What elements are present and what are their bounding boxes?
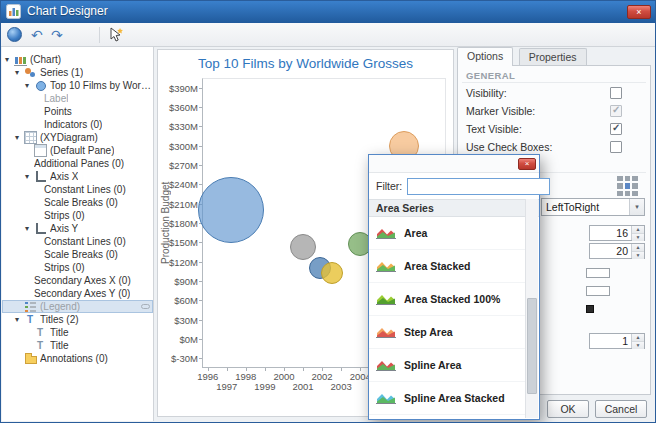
tree-item-constant-lines-0[interactable]: Constant Lines (0) xyxy=(2,235,153,248)
x-axis-tick-label: 1996 xyxy=(197,371,218,382)
tree-item-label: Constant Lines (0) xyxy=(44,236,126,247)
numeric-spinner[interactable]: 1▲▼ xyxy=(589,333,645,349)
tree-item-label: Annotations (0) xyxy=(40,353,108,364)
expand-arrow-icon[interactable]: ▾ xyxy=(25,222,34,235)
numeric-spinner[interactable]: 20▲▼ xyxy=(589,243,645,259)
tree-item-title[interactable]: Title xyxy=(2,326,153,339)
spinner-down-icon[interactable]: ▼ xyxy=(632,252,644,259)
tree-item-strips-0[interactable]: Strips (0) xyxy=(2,209,153,222)
tree-item-label: Strips (0) xyxy=(44,210,85,221)
tree-item-strips-0[interactable]: Strips (0) xyxy=(2,261,153,274)
tree-item-label: Constant Lines (0) xyxy=(44,184,126,195)
chevron-down-icon[interactable]: ▾ xyxy=(629,199,644,215)
expand-arrow-icon[interactable]: ▾ xyxy=(25,170,34,183)
series-type-label: Step Area xyxy=(404,326,453,338)
expand-arrow-icon[interactable]: ▾ xyxy=(25,79,34,92)
series-type-item[interactable]: Step Area xyxy=(369,316,526,349)
tree-item-additional-panes-0[interactable]: Additional Panes (0) xyxy=(2,157,153,170)
y-axis-tick-label: $90M xyxy=(158,276,198,287)
tick-mark xyxy=(341,368,342,371)
tree-item-chart[interactable]: ▾(Chart) xyxy=(2,53,153,66)
tab-options[interactable]: Options xyxy=(457,47,513,66)
expand-arrow-icon[interactable]: ▾ xyxy=(15,313,24,326)
tree-item-title[interactable]: Title xyxy=(2,339,153,352)
area-chart-icon xyxy=(376,226,396,240)
tree-item-scale-breaks-0[interactable]: Scale Breaks (0) xyxy=(2,196,153,209)
redo-icon[interactable]: ↷ xyxy=(51,25,63,45)
axis-icon xyxy=(34,170,47,183)
line-color-swatch[interactable] xyxy=(586,305,594,313)
spinner-up-icon[interactable]: ▲ xyxy=(632,334,644,342)
tree-item-secondary-axes-y-0[interactable]: Secondary Axes Y (0) xyxy=(2,287,153,300)
y-axis-tick-label: $330M xyxy=(158,121,198,132)
tree-item-axis-x[interactable]: ▾Axis X xyxy=(2,170,153,183)
chart-designer-window: Chart Designer × ↶ ↷ ▾(Chart)▾Series (1)… xyxy=(0,0,656,423)
series-type-item[interactable]: Spline Area xyxy=(369,349,526,382)
use-check-boxes-checkbox[interactable] xyxy=(610,141,622,153)
expand-arrow-icon[interactable]: ▾ xyxy=(15,66,24,79)
scrollbar-thumb[interactable] xyxy=(527,298,537,394)
tree-item-scale-breaks-0[interactable]: Scale Breaks (0) xyxy=(2,248,153,261)
area-chart-icon xyxy=(376,358,396,372)
color-swatch-button[interactable] xyxy=(586,268,610,278)
alignment-grid-button[interactable] xyxy=(617,176,638,197)
tree-item-default-pane[interactable]: (Default Pane) xyxy=(2,144,153,157)
tab-properties[interactable]: Properties xyxy=(519,48,587,66)
app-icon xyxy=(6,4,21,19)
bubble-icon xyxy=(34,79,47,92)
tree-item-secondary-axes-x-0[interactable]: Secondary Axes X (0) xyxy=(2,274,153,287)
spinner-up-icon[interactable]: ▲ xyxy=(632,226,644,234)
chart-bubble[interactable] xyxy=(198,177,264,243)
close-button[interactable]: × xyxy=(627,5,651,19)
text-visible-checkbox[interactable] xyxy=(610,123,622,135)
tree-item-label: Additional Panes (0) xyxy=(34,158,124,169)
popup-titlebar[interactable]: × xyxy=(369,155,539,173)
chart-bubble[interactable] xyxy=(321,262,343,284)
tree-item-indicators-0[interactable]: Indicators (0) xyxy=(2,118,153,131)
tree-item-xydiagram[interactable]: ▾(XYDiagram) xyxy=(2,131,153,144)
option-label: Marker Visible: xyxy=(466,105,535,117)
color-swatch-button[interactable] xyxy=(586,286,610,296)
direction-combo[interactable]: LeftToRight▾ xyxy=(541,198,645,216)
chart-bubble[interactable] xyxy=(290,234,316,260)
tree-item-titles-2[interactable]: ▾Titles (2) xyxy=(2,313,153,326)
tree-item-top-10-films-by-worldwide-gro[interactable]: ▾Top 10 Films by Worldwide Gro... xyxy=(2,79,153,92)
tree-item-constant-lines-0[interactable]: Constant Lines (0) xyxy=(2,183,153,196)
tree-item-label: (Legend) xyxy=(40,301,80,312)
tick-mark xyxy=(199,300,202,301)
tick-mark xyxy=(199,88,202,89)
tree-item-legend[interactable]: (Legend) xyxy=(2,300,153,313)
area-chart-icon xyxy=(376,325,396,339)
series-type-item[interactable]: Spline Area Stacked xyxy=(369,382,526,415)
tree-item-label[interactable]: Label xyxy=(2,92,153,105)
series-type-item[interactable]: Area xyxy=(369,217,526,250)
titlebar[interactable]: Chart Designer × xyxy=(1,1,655,23)
visibility-checkbox[interactable] xyxy=(610,87,622,99)
undo-icon[interactable]: ↶ xyxy=(31,25,43,45)
popup-scrollbar[interactable] xyxy=(525,199,538,418)
popup-close-button[interactable]: × xyxy=(518,158,536,170)
cancel-button[interactable]: Cancel xyxy=(595,400,647,418)
series-type-item[interactable]: Area Stacked 100% xyxy=(369,283,526,316)
ok-button[interactable]: OK xyxy=(547,400,589,418)
expand-arrow-icon[interactable]: ▾ xyxy=(15,131,24,144)
marker-visible-checkbox[interactable] xyxy=(610,105,622,117)
tree-item-points[interactable]: Points xyxy=(2,105,153,118)
pick-element-icon[interactable] xyxy=(109,27,124,43)
numeric-spinner[interactable]: 16▲▼ xyxy=(589,225,645,241)
spinner-down-icon[interactable]: ▼ xyxy=(632,234,644,241)
tree-item-label: (Chart) xyxy=(30,54,61,65)
spinner-up-icon[interactable]: ▲ xyxy=(632,244,644,252)
expand-arrow-icon[interactable]: ▾ xyxy=(5,53,14,66)
tick-mark xyxy=(265,368,266,371)
filter-input[interactable] xyxy=(407,178,550,195)
spinner-down-icon[interactable]: ▼ xyxy=(632,342,644,349)
series-type-item[interactable]: Area Stacked xyxy=(369,250,526,283)
tree-item-annotations-0[interactable]: Annotations (0) xyxy=(2,352,153,365)
tick-mark xyxy=(284,368,285,371)
tree-item-axis-y[interactable]: ▾Axis Y xyxy=(2,222,153,235)
option-label: Visibility: xyxy=(466,87,507,99)
tree-item-series-1[interactable]: ▾Series (1) xyxy=(2,66,153,79)
appearance-icon[interactable] xyxy=(7,27,22,42)
y-axis-tick-label: $30M xyxy=(158,314,198,325)
